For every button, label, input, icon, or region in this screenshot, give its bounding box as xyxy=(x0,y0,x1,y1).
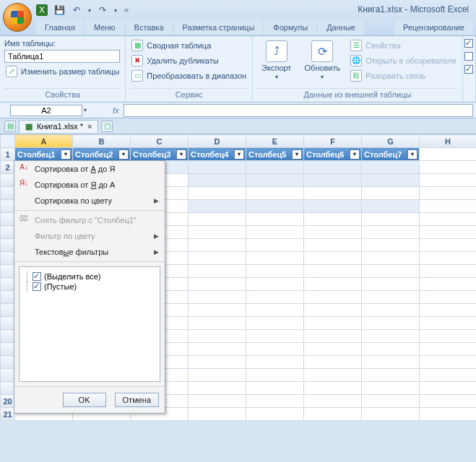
cell[interactable] xyxy=(420,148,477,161)
col-header[interactable]: C xyxy=(131,135,189,148)
row-header[interactable] xyxy=(1,356,15,369)
qat-customize-icon[interactable]: ＝ xyxy=(123,5,130,15)
table-header-cell[interactable]: Столбец4▾ xyxy=(189,148,246,161)
chevron-down-icon[interactable]: ▾ xyxy=(114,7,117,14)
row-header[interactable]: 20 xyxy=(1,395,15,408)
col-header[interactable]: H xyxy=(420,135,477,148)
col-header[interactable]: B xyxy=(73,135,131,148)
checkbox[interactable] xyxy=(33,282,41,291)
checkbox-3[interactable] xyxy=(464,65,473,74)
filter-dropdown-icon[interactable]: ▾ xyxy=(176,149,186,160)
col-header[interactable]: G xyxy=(362,135,420,148)
checkbox[interactable] xyxy=(33,272,41,281)
row-header[interactable] xyxy=(1,330,15,343)
filter-dropdown-icon[interactable]: ▾ xyxy=(350,149,360,160)
tab-home[interactable]: Главная xyxy=(36,20,84,35)
row-header[interactable] xyxy=(1,213,15,226)
cell[interactable] xyxy=(246,161,304,174)
close-tab-icon[interactable]: × xyxy=(87,122,92,131)
tab-menu[interactable]: Меню xyxy=(85,20,124,35)
cell[interactable]: A↓ Сортировка от А до Я Я↓ Сортировка от… xyxy=(73,161,131,174)
tab-data[interactable]: Данные xyxy=(318,20,364,35)
pivot-table-button[interactable]: ▦Сводная таблица xyxy=(130,39,248,52)
sort-ascending[interactable]: A↓ Сортировка от А до Я xyxy=(14,161,165,177)
row-header[interactable]: 2 xyxy=(1,161,15,174)
properties-button: ☰Свойства xyxy=(349,39,458,52)
tab-formulas[interactable]: Формулы xyxy=(264,20,316,35)
col-header[interactable]: E xyxy=(246,135,304,148)
doc-list-icon[interactable]: ▤ xyxy=(4,121,16,132)
cancel-button[interactable]: Отмена xyxy=(115,393,159,407)
cell[interactable] xyxy=(304,161,362,174)
row-header[interactable]: 21 xyxy=(1,408,15,421)
col-header[interactable]: D xyxy=(189,135,246,148)
filter-value-select-all[interactable]: (Выделить все) xyxy=(24,271,155,282)
text-filters[interactable]: Текстовые фильтры▶ xyxy=(14,244,165,260)
table-header-cell[interactable]: Столбец2▾ xyxy=(73,148,131,161)
group-external-data: ⤴ Экспорт▾ ⟳ Обновить▾ ☰Свойства 🌐Открыт… xyxy=(253,36,463,102)
table-header-cell[interactable]: Столбец1▾ xyxy=(15,148,73,161)
tab-layout[interactable]: Разметка страницы xyxy=(174,20,264,35)
formula-input[interactable] xyxy=(124,104,473,117)
table-header-cell[interactable]: Столбец3▾ xyxy=(131,148,189,161)
cell[interactable] xyxy=(362,161,420,174)
filter-values-list[interactable]: (Выделить все) (Пустые) xyxy=(19,266,160,382)
cell[interactable] xyxy=(189,161,246,174)
select-all-corner[interactable] xyxy=(1,135,15,148)
row-header[interactable] xyxy=(1,187,15,200)
name-box[interactable]: A2 xyxy=(10,105,82,116)
row-header[interactable] xyxy=(1,239,15,252)
worksheet-grid[interactable]: A B C D E F G H 1 Столбец1▾ Столбец2▾ Ст… xyxy=(0,134,476,421)
row-header[interactable] xyxy=(1,226,15,239)
row-header[interactable] xyxy=(1,382,15,395)
checkbox-1[interactable] xyxy=(464,39,473,48)
checkbox-2[interactable] xyxy=(464,52,473,61)
office-button[interactable] xyxy=(3,3,32,32)
save-icon[interactable]: 💾 xyxy=(53,4,65,16)
tab-review[interactable]: Рецензирование xyxy=(394,20,473,35)
chevron-down-icon[interactable]: ▾ xyxy=(88,7,91,14)
cell[interactable] xyxy=(420,161,477,174)
filter-dropdown-icon[interactable]: ▾ xyxy=(61,149,71,160)
row-header[interactable] xyxy=(1,304,15,317)
name-box-dropdown-icon[interactable]: ▾ xyxy=(84,107,87,113)
filter-dropdown-icon[interactable]: ▾ xyxy=(118,149,129,160)
sort-by-color[interactable]: Сортировка по цвету▶ xyxy=(14,193,165,209)
filter-value-blanks[interactable]: (Пустые) xyxy=(24,282,155,292)
table-name-input[interactable] xyxy=(4,50,120,63)
window-title: Книга1.xlsx - Microsoft Excel xyxy=(358,4,469,14)
table-header-cell[interactable]: Столбец7▾ xyxy=(362,148,420,161)
table-header-cell[interactable]: Столбец6▾ xyxy=(304,148,362,161)
col-header[interactable]: A xyxy=(15,135,73,148)
row-header[interactable] xyxy=(1,317,15,330)
filter-by-color: Фильтр по цвету▶ xyxy=(14,228,165,244)
col-header[interactable]: F xyxy=(304,135,362,148)
resize-table-button[interactable]: ⤢ Изменить размер таблицы xyxy=(4,65,121,78)
filter-dropdown-icon[interactable]: ▾ xyxy=(407,149,417,160)
row-header[interactable] xyxy=(1,278,15,291)
document-tab[interactable]: ▦ Книга1.xlsx * × xyxy=(19,120,98,133)
convert-to-range-button[interactable]: ▭Преобразовать в диапазон xyxy=(130,69,248,82)
export-button[interactable]: ⤴ Экспорт▾ xyxy=(257,39,295,88)
row-header[interactable] xyxy=(1,252,15,265)
fx-label[interactable]: fx xyxy=(113,106,119,115)
table-header-cell[interactable]: Столбец5▾ xyxy=(246,148,304,161)
tab-insert[interactable]: Вставка xyxy=(126,20,173,35)
row-header[interactable] xyxy=(1,291,15,304)
filter-dropdown-icon[interactable]: ▾ xyxy=(292,149,302,160)
row-header[interactable] xyxy=(1,369,15,382)
row-header[interactable] xyxy=(1,174,15,187)
sort-asc-icon: A↓ xyxy=(18,163,30,175)
new-doc-icon[interactable]: ▢ xyxy=(101,121,113,132)
refresh-button[interactable]: ⟳ Обновить▾ xyxy=(300,39,345,88)
row-header[interactable] xyxy=(1,265,15,278)
row-header[interactable]: 1 xyxy=(1,148,15,161)
redo-icon[interactable]: ↷ xyxy=(97,4,108,16)
sort-descending[interactable]: Я↓ Сортировка от Я до А xyxy=(14,177,165,193)
row-header[interactable] xyxy=(1,343,15,356)
remove-duplicates-button[interactable]: ✖Удалить дубликаты xyxy=(130,54,248,67)
filter-dropdown-icon[interactable]: ▾ xyxy=(234,149,244,160)
row-header[interactable] xyxy=(1,200,15,213)
ok-button[interactable]: OK xyxy=(63,393,106,407)
undo-icon[interactable]: ↶ xyxy=(71,4,82,16)
